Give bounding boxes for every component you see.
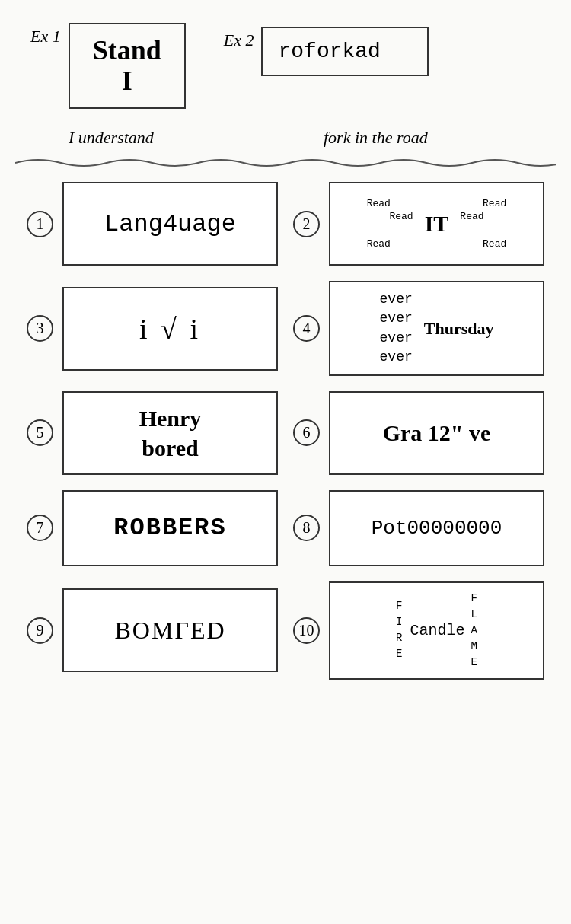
- puzzle-box-2: Read Read Read IT Read Read Read: [329, 182, 544, 266]
- puzzle-number-3: 3: [27, 315, 53, 342]
- thursday-text: Thursday: [424, 319, 494, 339]
- puzzle-5-content: Henrybored: [139, 403, 202, 463]
- puzzle-box-9: BOMΓED: [62, 588, 278, 672]
- puzzle-number-10: 10: [293, 617, 320, 644]
- read-top-right: Read: [454, 198, 535, 209]
- puzzle-number-2: 2: [293, 211, 320, 237]
- puzzle-1-content: Lang4uage: [104, 210, 236, 238]
- puzzle-item-8: 8 Pot00000000: [293, 490, 544, 566]
- ex2-box: roforkad: [261, 27, 429, 76]
- puzzle-4-content: ever ever ever ever Thursday: [380, 290, 494, 367]
- candle-text: Candle: [410, 622, 464, 639]
- puzzle-number-9: 9: [27, 617, 53, 644]
- ex1-label: Ex 1: [30, 27, 61, 46]
- puzzle-number-6: 6: [293, 419, 320, 446]
- ex1-box: Stand I: [69, 23, 186, 109]
- read-bot-right: Read: [454, 238, 535, 250]
- puzzle-item-10: 10 F I R E Candle F L: [293, 581, 544, 680]
- puzzle-10-content: F I R E Candle F L A M E: [338, 591, 535, 671]
- answer-right: fork in the road: [278, 128, 533, 148]
- fire-stack: F I R E: [396, 598, 404, 662]
- flame-col-1: F L A M E: [471, 591, 477, 671]
- puzzle-number-8: 8: [293, 515, 320, 541]
- puzzle-box-4: ever ever ever ever Thursday: [329, 281, 544, 376]
- puzzle-box-8: Pot00000000: [329, 490, 544, 566]
- puzzle-item-1: 1 Lang4uage: [27, 182, 278, 266]
- read-mid-right: Read: [454, 211, 535, 237]
- ex1-text: Stand I: [93, 36, 161, 96]
- puzzle-row-2: 3 i √ i 4 ever ever ever ever: [27, 281, 544, 376]
- read-IT: IT: [421, 211, 453, 237]
- answer-left: I understand: [38, 128, 278, 148]
- puzzle-box-10: F I R E Candle F L A M E: [329, 581, 544, 680]
- ex2-label: Ex 2: [224, 30, 254, 50]
- puzzle-2-content: Read Read Read IT Read Read Read: [338, 198, 535, 250]
- puzzle-box-7: ROBBERS: [62, 490, 278, 566]
- puzzle-number-5: 5: [27, 419, 53, 446]
- puzzle-item-9: 9 BOMΓED: [27, 588, 278, 672]
- answers-row: I understand fork in the road: [15, 124, 556, 151]
- puzzle-row-3: 5 Henrybored 6 Gra 12" ve: [27, 391, 544, 475]
- puzzle-item-5: 5 Henrybored: [27, 391, 278, 475]
- puzzle-6-content: Gra 12" ve: [383, 420, 491, 446]
- puzzle-3-content: i √ i: [139, 312, 201, 346]
- puzzle-box-5: Henrybored: [62, 391, 278, 475]
- read-bot-left: Read: [338, 238, 419, 250]
- puzzle-item-6: 6 Gra 12" ve: [293, 391, 544, 475]
- read-mid-left: Read: [338, 211, 419, 237]
- ever-stack: ever ever ever ever: [380, 290, 413, 367]
- puzzle-item-7: 7 ROBBERS: [27, 490, 278, 566]
- puzzle-number-4: 4: [293, 315, 320, 342]
- puzzle-item-2: 2 Read Read Read IT Read Read Read: [293, 182, 544, 266]
- puzzle-row-1: 1 Lang4uage 2 Read Read Read IT Read Rea…: [27, 182, 544, 266]
- puzzle-box-1: Lang4uage: [62, 182, 278, 266]
- ex2-text: roforkad: [278, 40, 412, 63]
- puzzle-box-3: i √ i: [62, 287, 278, 371]
- flame-columns: F L A M E: [471, 591, 477, 671]
- header-section: Ex 1 Stand I Ex 2 roforkad: [15, 15, 556, 116]
- puzzle-number-1: 1: [27, 211, 53, 237]
- puzzle-number-7: 7: [27, 515, 53, 541]
- page: Ex 1 Stand I Ex 2 roforkad I understand …: [0, 0, 571, 924]
- puzzle-row-4: 7 ROBBERS 8 Pot00000000: [27, 490, 544, 566]
- puzzle-8-content: Pot00000000: [372, 517, 502, 540]
- puzzles-grid: 1 Lang4uage 2 Read Read Read IT Read Rea…: [15, 182, 556, 680]
- puzzle-7-content: ROBBERS: [113, 514, 226, 542]
- puzzle-item-3: 3 i √ i: [27, 287, 278, 371]
- puzzle-box-6: Gra 12" ve: [329, 391, 544, 475]
- wavy-divider: [15, 155, 556, 170]
- puzzle-row-5: 9 BOMΓED 10 F I R E Candle: [27, 581, 544, 680]
- puzzle-9-content: BOMΓED: [114, 617, 225, 645]
- read-top-left: Read: [338, 198, 419, 209]
- puzzle-item-4: 4 ever ever ever ever Thursday: [293, 281, 544, 376]
